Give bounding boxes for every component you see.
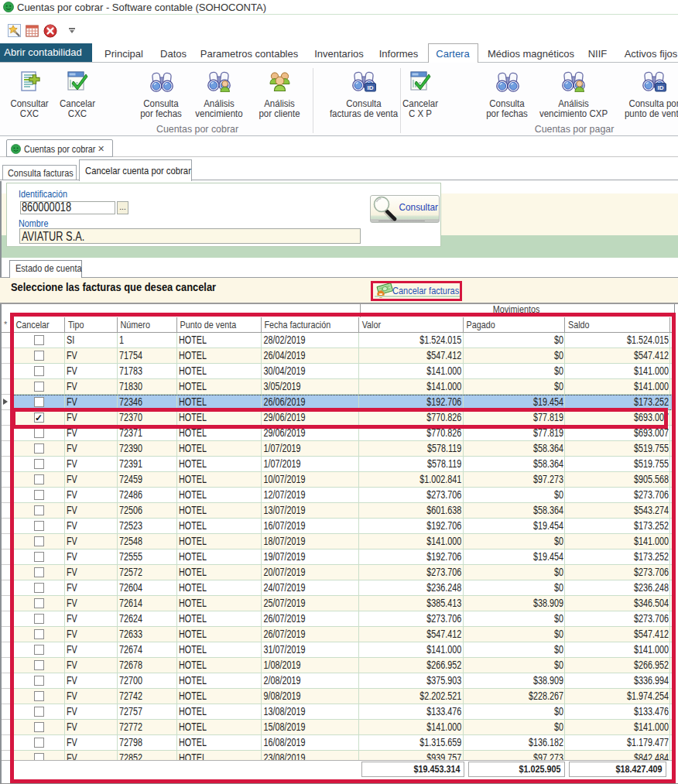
svg-text:ID: ID (658, 84, 664, 91)
svg-text:ID: ID (368, 84, 374, 91)
